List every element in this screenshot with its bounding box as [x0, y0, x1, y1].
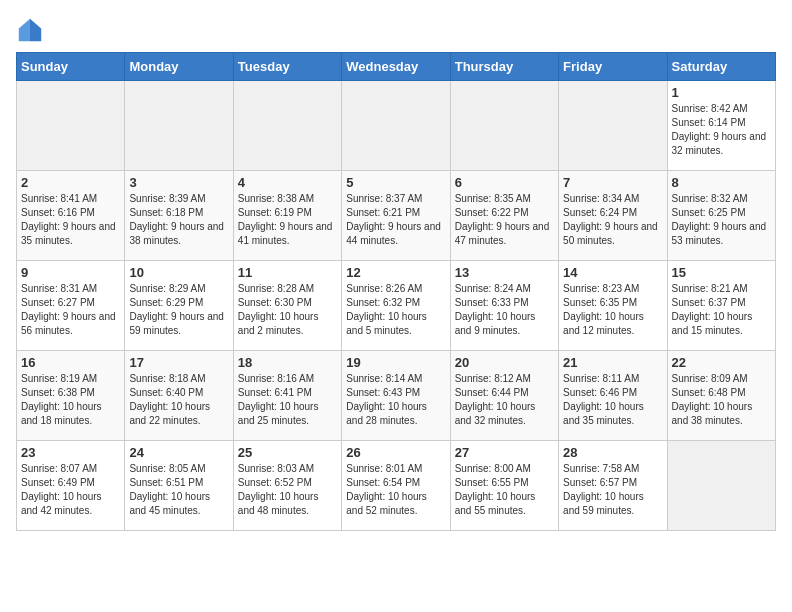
- calendar-cell: 5Sunrise: 8:37 AM Sunset: 6:21 PM Daylig…: [342, 171, 450, 261]
- week-row-0: 1Sunrise: 8:42 AM Sunset: 6:14 PM Daylig…: [17, 81, 776, 171]
- day-number: 8: [672, 175, 771, 190]
- day-info: Sunrise: 8:09 AM Sunset: 6:48 PM Dayligh…: [672, 372, 771, 428]
- day-number: 27: [455, 445, 554, 460]
- logo: [16, 16, 48, 44]
- day-info: Sunrise: 8:05 AM Sunset: 6:51 PM Dayligh…: [129, 462, 228, 518]
- day-number: 2: [21, 175, 120, 190]
- calendar-cell: 27Sunrise: 8:00 AM Sunset: 6:55 PM Dayli…: [450, 441, 558, 531]
- day-number: 16: [21, 355, 120, 370]
- calendar-cell: 14Sunrise: 8:23 AM Sunset: 6:35 PM Dayli…: [559, 261, 667, 351]
- day-number: 18: [238, 355, 337, 370]
- day-number: 4: [238, 175, 337, 190]
- calendar-cell: 2Sunrise: 8:41 AM Sunset: 6:16 PM Daylig…: [17, 171, 125, 261]
- day-info: Sunrise: 7:58 AM Sunset: 6:57 PM Dayligh…: [563, 462, 662, 518]
- day-number: 9: [21, 265, 120, 280]
- calendar-cell: [17, 81, 125, 171]
- day-info: Sunrise: 8:38 AM Sunset: 6:19 PM Dayligh…: [238, 192, 337, 248]
- calendar-cell: 23Sunrise: 8:07 AM Sunset: 6:49 PM Dayli…: [17, 441, 125, 531]
- day-number: 23: [21, 445, 120, 460]
- day-info: Sunrise: 8:14 AM Sunset: 6:43 PM Dayligh…: [346, 372, 445, 428]
- day-info: Sunrise: 8:12 AM Sunset: 6:44 PM Dayligh…: [455, 372, 554, 428]
- calendar-cell: 18Sunrise: 8:16 AM Sunset: 6:41 PM Dayli…: [233, 351, 341, 441]
- day-number: 26: [346, 445, 445, 460]
- page-header: [16, 16, 776, 44]
- calendar-cell: 6Sunrise: 8:35 AM Sunset: 6:22 PM Daylig…: [450, 171, 558, 261]
- day-number: 12: [346, 265, 445, 280]
- calendar-cell: 26Sunrise: 8:01 AM Sunset: 6:54 PM Dayli…: [342, 441, 450, 531]
- day-info: Sunrise: 8:42 AM Sunset: 6:14 PM Dayligh…: [672, 102, 771, 158]
- week-row-1: 2Sunrise: 8:41 AM Sunset: 6:16 PM Daylig…: [17, 171, 776, 261]
- day-info: Sunrise: 8:21 AM Sunset: 6:37 PM Dayligh…: [672, 282, 771, 338]
- day-info: Sunrise: 8:11 AM Sunset: 6:46 PM Dayligh…: [563, 372, 662, 428]
- calendar-cell: 13Sunrise: 8:24 AM Sunset: 6:33 PM Dayli…: [450, 261, 558, 351]
- day-number: 10: [129, 265, 228, 280]
- day-number: 13: [455, 265, 554, 280]
- header-day-wednesday: Wednesday: [342, 53, 450, 81]
- day-info: Sunrise: 8:00 AM Sunset: 6:55 PM Dayligh…: [455, 462, 554, 518]
- calendar-cell: 11Sunrise: 8:28 AM Sunset: 6:30 PM Dayli…: [233, 261, 341, 351]
- calendar-cell: [667, 441, 775, 531]
- day-info: Sunrise: 8:01 AM Sunset: 6:54 PM Dayligh…: [346, 462, 445, 518]
- calendar-cell: 24Sunrise: 8:05 AM Sunset: 6:51 PM Dayli…: [125, 441, 233, 531]
- calendar-cell: [125, 81, 233, 171]
- header-day-monday: Monday: [125, 53, 233, 81]
- svg-marker-1: [19, 19, 30, 41]
- calendar-cell: [233, 81, 341, 171]
- day-info: Sunrise: 8:07 AM Sunset: 6:49 PM Dayligh…: [21, 462, 120, 518]
- calendar-cell: 22Sunrise: 8:09 AM Sunset: 6:48 PM Dayli…: [667, 351, 775, 441]
- day-info: Sunrise: 8:24 AM Sunset: 6:33 PM Dayligh…: [455, 282, 554, 338]
- calendar-cell: 25Sunrise: 8:03 AM Sunset: 6:52 PM Dayli…: [233, 441, 341, 531]
- logo-icon: [16, 16, 44, 44]
- day-info: Sunrise: 8:16 AM Sunset: 6:41 PM Dayligh…: [238, 372, 337, 428]
- header-day-friday: Friday: [559, 53, 667, 81]
- calendar-body: 1Sunrise: 8:42 AM Sunset: 6:14 PM Daylig…: [17, 81, 776, 531]
- calendar-cell: 21Sunrise: 8:11 AM Sunset: 6:46 PM Dayli…: [559, 351, 667, 441]
- calendar-cell: 17Sunrise: 8:18 AM Sunset: 6:40 PM Dayli…: [125, 351, 233, 441]
- day-number: 24: [129, 445, 228, 460]
- calendar-cell: [450, 81, 558, 171]
- day-number: 6: [455, 175, 554, 190]
- calendar-cell: 3Sunrise: 8:39 AM Sunset: 6:18 PM Daylig…: [125, 171, 233, 261]
- day-number: 28: [563, 445, 662, 460]
- day-info: Sunrise: 8:29 AM Sunset: 6:29 PM Dayligh…: [129, 282, 228, 338]
- day-number: 5: [346, 175, 445, 190]
- day-info: Sunrise: 8:26 AM Sunset: 6:32 PM Dayligh…: [346, 282, 445, 338]
- day-info: Sunrise: 8:37 AM Sunset: 6:21 PM Dayligh…: [346, 192, 445, 248]
- day-number: 1: [672, 85, 771, 100]
- day-number: 15: [672, 265, 771, 280]
- calendar-cell: [342, 81, 450, 171]
- day-info: Sunrise: 8:34 AM Sunset: 6:24 PM Dayligh…: [563, 192, 662, 248]
- day-number: 3: [129, 175, 228, 190]
- calendar-cell: 1Sunrise: 8:42 AM Sunset: 6:14 PM Daylig…: [667, 81, 775, 171]
- calendar-cell: 16Sunrise: 8:19 AM Sunset: 6:38 PM Dayli…: [17, 351, 125, 441]
- day-number: 21: [563, 355, 662, 370]
- day-number: 20: [455, 355, 554, 370]
- calendar-header: SundayMondayTuesdayWednesdayThursdayFrid…: [17, 53, 776, 81]
- day-number: 14: [563, 265, 662, 280]
- header-day-saturday: Saturday: [667, 53, 775, 81]
- header-day-thursday: Thursday: [450, 53, 558, 81]
- day-info: Sunrise: 8:03 AM Sunset: 6:52 PM Dayligh…: [238, 462, 337, 518]
- week-row-3: 16Sunrise: 8:19 AM Sunset: 6:38 PM Dayli…: [17, 351, 776, 441]
- day-number: 22: [672, 355, 771, 370]
- calendar-cell: 7Sunrise: 8:34 AM Sunset: 6:24 PM Daylig…: [559, 171, 667, 261]
- calendar-cell: 9Sunrise: 8:31 AM Sunset: 6:27 PM Daylig…: [17, 261, 125, 351]
- day-info: Sunrise: 8:35 AM Sunset: 6:22 PM Dayligh…: [455, 192, 554, 248]
- calendar-cell: [559, 81, 667, 171]
- day-number: 19: [346, 355, 445, 370]
- header-day-sunday: Sunday: [17, 53, 125, 81]
- calendar-cell: 19Sunrise: 8:14 AM Sunset: 6:43 PM Dayli…: [342, 351, 450, 441]
- week-row-4: 23Sunrise: 8:07 AM Sunset: 6:49 PM Dayli…: [17, 441, 776, 531]
- calendar-cell: 12Sunrise: 8:26 AM Sunset: 6:32 PM Dayli…: [342, 261, 450, 351]
- day-info: Sunrise: 8:31 AM Sunset: 6:27 PM Dayligh…: [21, 282, 120, 338]
- day-info: Sunrise: 8:19 AM Sunset: 6:38 PM Dayligh…: [21, 372, 120, 428]
- calendar-cell: 8Sunrise: 8:32 AM Sunset: 6:25 PM Daylig…: [667, 171, 775, 261]
- header-day-tuesday: Tuesday: [233, 53, 341, 81]
- calendar-cell: 10Sunrise: 8:29 AM Sunset: 6:29 PM Dayli…: [125, 261, 233, 351]
- day-info: Sunrise: 8:41 AM Sunset: 6:16 PM Dayligh…: [21, 192, 120, 248]
- calendar-cell: 15Sunrise: 8:21 AM Sunset: 6:37 PM Dayli…: [667, 261, 775, 351]
- day-info: Sunrise: 8:28 AM Sunset: 6:30 PM Dayligh…: [238, 282, 337, 338]
- day-info: Sunrise: 8:23 AM Sunset: 6:35 PM Dayligh…: [563, 282, 662, 338]
- day-info: Sunrise: 8:18 AM Sunset: 6:40 PM Dayligh…: [129, 372, 228, 428]
- day-number: 17: [129, 355, 228, 370]
